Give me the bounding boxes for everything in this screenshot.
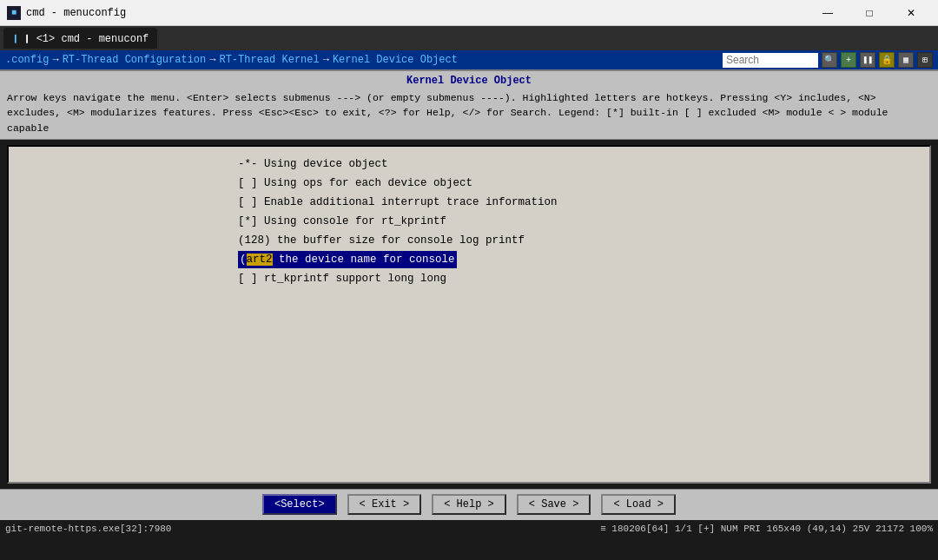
toolbar-btn2[interactable]: 🔒: [879, 52, 895, 68]
toolbar-btn4[interactable]: ⊞: [917, 52, 933, 68]
app-icon: ■: [7, 6, 21, 20]
menu-item[interactable]: (128) the buffer size for console log pr…: [238, 232, 525, 249]
status-right: ≡ 180206[64] 1/1 [+] NUM PRI 165x40 (49,…: [600, 524, 933, 534]
header-help: Arrow keys navigate the menu. <Enter> se…: [7, 90, 931, 135]
addressbar: .config → RT-Thread Configuration → RT-T…: [0, 50, 938, 69]
bottom-btn-exit[interactable]: < Exit >: [347, 494, 422, 515]
menu-item[interactable]: [ ] Enable additional interrupt trace in…: [238, 194, 558, 211]
breadcrumb: .config → RT-Thread Configuration → RT-T…: [5, 54, 458, 66]
breadcrumb-rtthread: RT-Thread Configuration: [63, 54, 207, 66]
bottom-buttons: <Select>< Exit >< Help >< Save >< Load >: [0, 489, 938, 520]
titlebar-left: ■ cmd - menuconfig: [7, 6, 126, 20]
tab-cmd-menuconf[interactable]: ❙ ❙ <1> cmd - menuconf: [3, 28, 157, 49]
menu-item[interactable]: [ ] rt_kprintf support long long: [238, 270, 446, 287]
menu-item[interactable]: -*- Using device object: [238, 155, 388, 173]
search-input[interactable]: [723, 53, 818, 68]
titlebar: ■ cmd - menuconfig — □ ✕: [0, 0, 938, 26]
tab-label: ❙ <1> cmd - menuconf: [23, 32, 149, 45]
breadcrumb-device: Kernel Device Object: [333, 54, 458, 66]
bottom-btn-save[interactable]: < Save >: [517, 494, 591, 515]
minimize-button[interactable]: —: [808, 0, 848, 26]
breadcrumb-sep1: →: [52, 54, 58, 66]
highlighted-value: art2: [247, 254, 273, 266]
header-title: Kernel Device Object: [7, 75, 931, 87]
breadcrumb-sep2: →: [209, 54, 215, 66]
bottom-btn-select[interactable]: <Select>: [262, 494, 337, 515]
toolbar-btn3[interactable]: ▦: [898, 52, 914, 68]
menu-items: -*- Using device object[ ] Using ops for…: [12, 155, 926, 287]
toolbar-btn1[interactable]: ❚❚: [860, 52, 875, 68]
menu-item[interactable]: (art2 the device name for console: [238, 251, 457, 268]
close-button[interactable]: ✕: [891, 0, 931, 26]
menu-item[interactable]: [*] Using console for rt_kprintf: [238, 213, 446, 230]
titlebar-title: cmd - menuconfig: [26, 7, 126, 19]
search-button[interactable]: 🔍: [822, 52, 837, 68]
header-section: Kernel Device Object Arrow keys navigate…: [0, 69, 938, 140]
add-button[interactable]: +: [841, 52, 856, 68]
tabbar: ❙ ❙ <1> cmd - menuconf: [0, 26, 938, 50]
searchbar: 🔍 + ❚❚ 🔒 ▦ ⊞: [723, 52, 933, 68]
bottom-btn-load[interactable]: < Load >: [601, 494, 676, 515]
status-left: git-remote-https.exe[32]:7980: [5, 524, 171, 534]
breadcrumb-config: .config: [5, 54, 49, 66]
bottom-btn-help[interactable]: < Help >: [432, 494, 506, 515]
breadcrumb-kernel: RT-Thread Kernel: [219, 54, 319, 66]
statusbar: git-remote-https.exe[32]:7980 ≡ 180206[6…: [0, 520, 938, 537]
titlebar-controls: — □ ✕: [808, 0, 931, 26]
menu-item[interactable]: [ ] Using ops for each device object: [238, 175, 472, 192]
tab-icon: ❙: [12, 32, 18, 45]
main-area: -*- Using device object[ ] Using ops for…: [7, 145, 931, 484]
maximize-button[interactable]: □: [849, 0, 889, 26]
breadcrumb-sep3: →: [323, 54, 329, 66]
